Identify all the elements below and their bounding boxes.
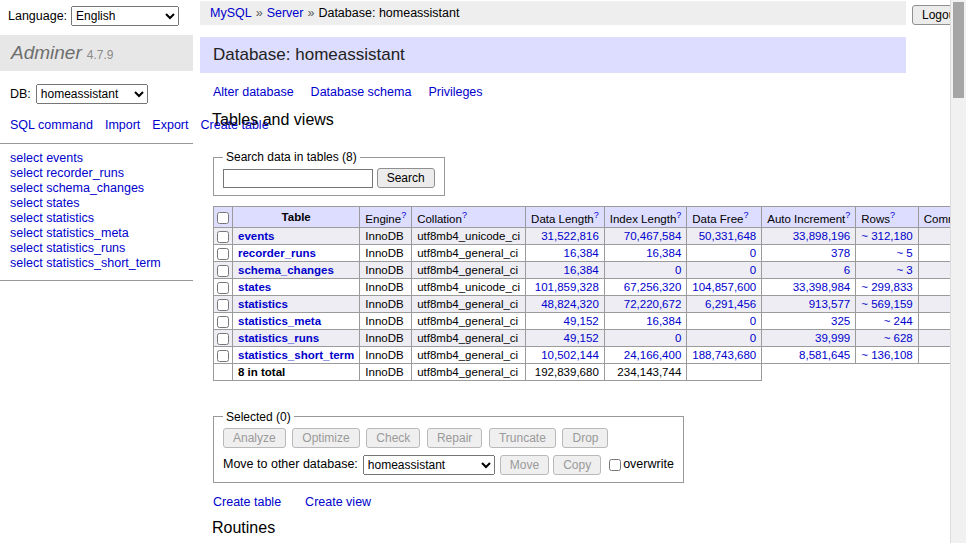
data-free-link[interactable]: 0 — [750, 264, 756, 276]
drop-button[interactable]: Drop — [562, 428, 608, 448]
overwrite-checkbox[interactable] — [609, 459, 621, 471]
data-length-link[interactable]: 10,502,144 — [541, 349, 599, 361]
rows-count-link[interactable]: ~ 299,833 — [861, 281, 912, 293]
index-length-link[interactable]: 67,256,320 — [624, 281, 682, 293]
sidebar-table-link-statistics[interactable]: select statistics — [10, 211, 94, 225]
row-select-checkbox[interactable] — [217, 231, 229, 243]
row-select-checkbox[interactable] — [217, 248, 229, 260]
rows-count-link[interactable]: ~ 312,180 — [861, 230, 912, 242]
data-free-link[interactable]: 104,857,600 — [692, 281, 756, 293]
column-help-link[interactable]: ? — [594, 210, 599, 220]
auto-increment-link[interactable]: 33,898,196 — [793, 230, 851, 242]
data-free-link[interactable]: 6,291,456 — [705, 298, 756, 310]
auto-increment-link[interactable]: 6 — [844, 264, 850, 276]
data-free-link[interactable]: 0 — [750, 332, 756, 344]
index-length-link[interactable]: 16,384 — [646, 315, 681, 327]
row-select-checkbox[interactable] — [217, 316, 229, 328]
sidebar-table-link-schema-changes[interactable]: select schema_changes — [10, 181, 144, 195]
auto-increment-link[interactable]: 8,581,645 — [799, 349, 850, 361]
alter-database-link[interactable]: Alter database — [213, 85, 294, 99]
sidebar-table-link-recorder-runs[interactable]: select recorder_runs — [10, 166, 124, 180]
row-select-checkbox[interactable] — [217, 333, 229, 345]
vertical-scrollbar[interactable] — [950, 0, 966, 543]
rows-count-link[interactable]: ~ 569,159 — [861, 298, 912, 310]
data-length-link[interactable]: 31,522,816 — [541, 230, 599, 242]
data-length-link[interactable]: 16,384 — [564, 247, 599, 259]
data-length-link[interactable]: 49,152 — [564, 315, 599, 327]
sidebar-table-link-states[interactable]: select states — [10, 196, 79, 210]
truncate-button[interactable]: Truncate — [489, 428, 556, 448]
table-name-link[interactable]: statistics_runs — [238, 332, 319, 344]
breadcrumb-mysql-link[interactable]: MySQL — [210, 6, 252, 20]
copy-button[interactable]: Copy — [553, 455, 601, 475]
index-length-link[interactable]: 70,467,584 — [624, 230, 682, 242]
scrollbar-thumb[interactable] — [953, 2, 964, 98]
export-link[interactable]: Export — [152, 118, 188, 132]
breadcrumb-server-link[interactable]: Server — [267, 6, 304, 20]
data-length-link[interactable]: 16,384 — [564, 264, 599, 276]
data-free-link[interactable]: 50,331,648 — [699, 230, 757, 242]
row-select-checkbox[interactable] — [217, 282, 229, 294]
import-link[interactable]: Import — [105, 118, 140, 132]
column-help-link[interactable]: ? — [845, 210, 850, 220]
column-help-link[interactable]: ? — [462, 210, 467, 220]
table-name-link[interactable]: statistics_meta — [238, 315, 321, 327]
table-name-link[interactable]: states — [238, 281, 271, 293]
language-select[interactable]: English — [71, 6, 179, 26]
rows-count-link[interactable]: ~ 136,108 — [861, 349, 912, 361]
sidebar-table-link-statistics-short-term[interactable]: select statistics_short_term — [10, 256, 161, 270]
sql-command-link[interactable]: SQL command — [10, 118, 93, 132]
repair-button[interactable]: Repair — [427, 428, 482, 448]
table-name-link[interactable]: statistics_short_term — [238, 349, 354, 361]
database-schema-link[interactable]: Database schema — [311, 85, 412, 99]
data-length-link[interactable]: 48,824,320 — [541, 298, 599, 310]
collation-cell: utf8mb4_general_ci — [412, 329, 526, 346]
data-length-link[interactable]: 49,152 — [564, 332, 599, 344]
rows-cell: ~ 569,159 — [856, 295, 918, 312]
table-name-link[interactable]: events — [238, 230, 274, 242]
auto-increment-link[interactable]: 378 — [831, 247, 850, 259]
rows-count-link[interactable]: ~ 628 — [884, 332, 913, 344]
check-button[interactable]: Check — [366, 428, 420, 448]
index-length-link[interactable]: 72,220,672 — [624, 298, 682, 310]
optimize-button[interactable]: Optimize — [292, 428, 359, 448]
privileges-link[interactable]: Privileges — [428, 85, 482, 99]
rows-count-link[interactable]: ~ 244 — [884, 315, 913, 327]
table-name-link[interactable]: schema_changes — [238, 264, 334, 276]
analyze-button[interactable]: Analyze — [223, 428, 286, 448]
column-help-link[interactable]: ? — [401, 210, 406, 220]
move-db-select[interactable]: homeassistant — [363, 455, 495, 475]
auto-increment-link[interactable]: 913,577 — [809, 298, 851, 310]
create-view-link[interactable]: Create view — [305, 495, 371, 509]
move-button[interactable]: Move — [500, 455, 549, 475]
sidebar-table-link-statistics-meta[interactable]: select statistics_meta — [10, 226, 129, 240]
rows-count-link[interactable]: ~ 3 — [896, 264, 912, 276]
select-all-checkbox[interactable] — [217, 212, 229, 224]
search-button[interactable]: Search — [377, 168, 435, 188]
sidebar-table-link-events[interactable]: select events — [10, 151, 83, 165]
index-length-link[interactable]: 0 — [675, 332, 681, 344]
create-table-link[interactable]: Create table — [213, 495, 281, 509]
db-select[interactable]: homeassistant — [36, 84, 148, 104]
index-length-link[interactable]: 16,384 — [646, 247, 681, 259]
data-free-link[interactable]: 188,743,680 — [692, 349, 756, 361]
table-name-link[interactable]: recorder_runs — [238, 247, 316, 259]
row-select-checkbox[interactable] — [217, 265, 229, 277]
index-length-link[interactable]: 0 — [675, 264, 681, 276]
index-length-link[interactable]: 24,166,400 — [624, 349, 682, 361]
data-free-link[interactable]: 0 — [750, 315, 756, 327]
data-length-link[interactable]: 101,859,328 — [535, 281, 599, 293]
auto-increment-link[interactable]: 33,398,984 — [793, 281, 851, 293]
auto-increment-link[interactable]: 325 — [831, 315, 850, 327]
table-name-link[interactable]: statistics — [238, 298, 288, 310]
column-help-link[interactable]: ? — [676, 210, 681, 220]
data-free-link[interactable]: 0 — [750, 247, 756, 259]
sidebar-table-link-statistics-runs[interactable]: select statistics_runs — [10, 241, 125, 255]
column-help-link[interactable]: ? — [743, 210, 748, 220]
column-help-link[interactable]: ? — [890, 210, 895, 220]
row-select-checkbox[interactable] — [217, 299, 229, 311]
search-input[interactable] — [223, 169, 373, 188]
row-select-checkbox[interactable] — [217, 350, 229, 362]
auto-increment-link[interactable]: 39,999 — [815, 332, 850, 344]
rows-count-link[interactable]: ~ 5 — [896, 247, 912, 259]
